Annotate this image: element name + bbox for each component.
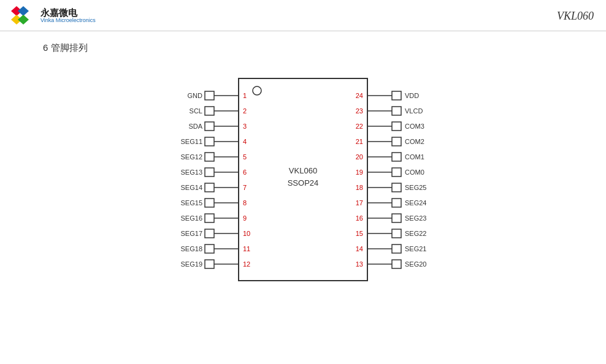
svg-text:13: 13 bbox=[356, 260, 363, 268]
svg-text:SEG23: SEG23 bbox=[405, 214, 426, 222]
svg-text:5: 5 bbox=[243, 153, 247, 161]
svg-rect-49 bbox=[392, 199, 401, 207]
svg-text:SEG22: SEG22 bbox=[405, 230, 426, 237]
svg-rect-25 bbox=[205, 199, 214, 207]
left-pin-names: GND SCL SDA SEG11 SEG12 SEG13 SEG14 SEG1… bbox=[181, 92, 203, 268]
svg-rect-26 bbox=[205, 214, 214, 222]
svg-rect-50 bbox=[392, 214, 401, 222]
svg-text:20: 20 bbox=[356, 153, 363, 161]
svg-text:SEG24: SEG24 bbox=[405, 199, 426, 207]
svg-text:11: 11 bbox=[243, 245, 250, 252]
right-pin-caps bbox=[392, 91, 401, 268]
svg-text:21: 21 bbox=[356, 138, 363, 145]
svg-rect-47 bbox=[392, 168, 401, 176]
svg-marker-1 bbox=[18, 6, 29, 16]
svg-rect-46 bbox=[392, 153, 401, 161]
svg-rect-45 bbox=[392, 137, 401, 146]
svg-text:10: 10 bbox=[243, 230, 250, 237]
svg-rect-23 bbox=[205, 168, 214, 176]
right-pin-lines bbox=[367, 96, 392, 264]
svg-rect-51 bbox=[392, 229, 401, 238]
svg-text:COM0: COM0 bbox=[405, 169, 424, 176]
svg-text:17: 17 bbox=[356, 199, 363, 207]
svg-text:SEG13: SEG13 bbox=[181, 169, 202, 176]
left-pin-caps bbox=[205, 91, 214, 268]
svg-rect-44 bbox=[392, 122, 401, 131]
logo-icon bbox=[10, 5, 37, 27]
svg-text:COM3: COM3 bbox=[405, 123, 424, 130]
svg-text:SEG16: SEG16 bbox=[181, 214, 202, 222]
svg-rect-24 bbox=[205, 183, 214, 192]
svg-marker-3 bbox=[18, 15, 29, 25]
section-heading: 6 管脚排列 bbox=[43, 42, 606, 54]
svg-rect-27 bbox=[205, 229, 214, 238]
svg-text:COM2: COM2 bbox=[405, 138, 424, 145]
svg-rect-18 bbox=[205, 91, 214, 100]
chip-package-label: SSOP24 bbox=[288, 178, 319, 188]
svg-text:6: 6 bbox=[243, 169, 247, 176]
svg-rect-22 bbox=[205, 153, 214, 161]
svg-rect-20 bbox=[205, 122, 214, 131]
logo-area: 永嘉微电 Vinka Microelectronics bbox=[10, 5, 96, 27]
svg-text:COM1: COM1 bbox=[405, 153, 424, 161]
svg-text:4: 4 bbox=[243, 138, 247, 145]
svg-text:18: 18 bbox=[356, 184, 363, 191]
logo-cn-text: 永嘉微电 bbox=[40, 8, 96, 18]
svg-text:SEG20: SEG20 bbox=[405, 260, 426, 268]
chip-name-label: VKL060 bbox=[289, 166, 317, 175]
svg-text:GND: GND bbox=[188, 92, 203, 99]
right-pin-names: VDD VLCD COM3 COM2 COM1 COM0 SEG25 SEG24… bbox=[405, 92, 426, 268]
svg-text:14: 14 bbox=[356, 245, 363, 252]
svg-rect-53 bbox=[392, 260, 401, 268]
svg-text:1: 1 bbox=[243, 92, 247, 99]
svg-text:3: 3 bbox=[243, 123, 247, 130]
svg-text:SEG15: SEG15 bbox=[181, 199, 202, 207]
svg-rect-52 bbox=[392, 245, 401, 253]
logo-en-text: Vinka Microelectronics bbox=[40, 18, 96, 24]
svg-text:SEG14: SEG14 bbox=[181, 184, 202, 191]
header: 永嘉微电 Vinka Microelectronics VKL060 bbox=[0, 0, 606, 31]
svg-rect-28 bbox=[205, 245, 214, 253]
svg-text:12: 12 bbox=[243, 260, 250, 268]
logo-text: 永嘉微电 Vinka Microelectronics bbox=[40, 8, 96, 24]
svg-rect-48 bbox=[392, 183, 401, 192]
svg-text:SEG11: SEG11 bbox=[181, 138, 202, 145]
svg-text:SEG12: SEG12 bbox=[181, 153, 202, 161]
svg-text:SEG25: SEG25 bbox=[405, 184, 426, 191]
svg-text:SDA: SDA bbox=[188, 123, 202, 130]
svg-text:16: 16 bbox=[356, 214, 363, 222]
svg-text:SEG21: SEG21 bbox=[405, 245, 426, 252]
svg-text:8: 8 bbox=[243, 199, 247, 207]
svg-text:24: 24 bbox=[356, 92, 363, 99]
svg-rect-42 bbox=[392, 91, 401, 100]
svg-text:SEG18: SEG18 bbox=[181, 245, 202, 252]
diagram-area: 1 2 3 4 5 6 7 8 9 10 11 12 24 23 22 21 2… bbox=[0, 60, 606, 299]
svg-text:19: 19 bbox=[356, 169, 363, 176]
svg-rect-21 bbox=[205, 137, 214, 146]
svg-text:23: 23 bbox=[356, 107, 363, 115]
svg-text:VDD: VDD bbox=[405, 92, 419, 99]
left-pin-lines bbox=[214, 96, 239, 264]
pin-diagram: 1 2 3 4 5 6 7 8 9 10 11 12 24 23 22 21 2… bbox=[125, 60, 481, 299]
svg-text:9: 9 bbox=[243, 214, 247, 222]
svg-text:22: 22 bbox=[356, 123, 363, 130]
svg-rect-43 bbox=[392, 107, 401, 115]
header-title: VKL060 bbox=[557, 10, 594, 23]
svg-text:15: 15 bbox=[356, 230, 363, 237]
svg-text:SCL: SCL bbox=[190, 107, 202, 115]
svg-rect-19 bbox=[205, 107, 214, 115]
svg-text:SEG17: SEG17 bbox=[181, 230, 202, 237]
svg-text:7: 7 bbox=[243, 184, 247, 191]
svg-rect-29 bbox=[205, 260, 214, 268]
svg-text:SEG19: SEG19 bbox=[181, 260, 202, 268]
svg-text:2: 2 bbox=[243, 107, 247, 115]
svg-text:VLCD: VLCD bbox=[405, 107, 423, 115]
